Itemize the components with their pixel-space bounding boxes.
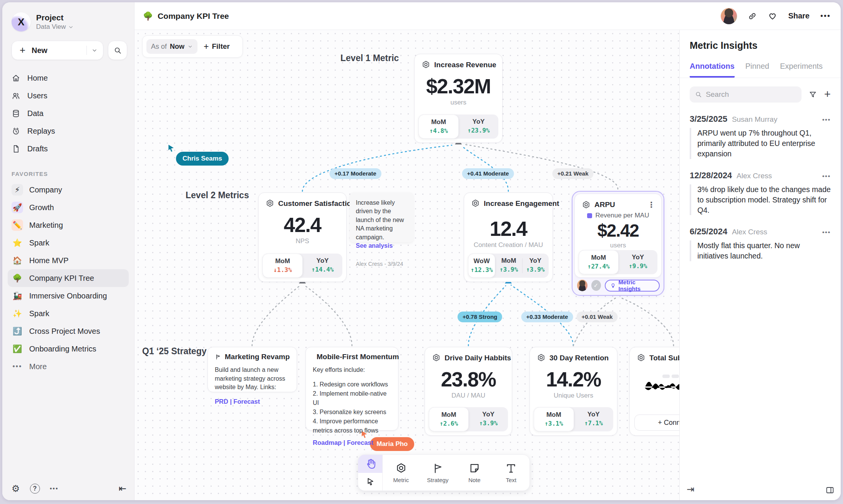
favorites-more-button[interactable]: •••More [8, 358, 129, 375]
strategy-flag-icon [215, 353, 221, 361]
see-analysis-link[interactable]: See analysis [356, 242, 407, 250]
wow-stat[interactable]: WoW↑12.3% [468, 254, 495, 278]
project-view-selector[interactable]: Data View [36, 23, 74, 31]
text-tool-button[interactable]: Text [493, 455, 530, 491]
text-tool-icon [505, 463, 517, 474]
favorite-label: Spark [29, 239, 49, 247]
favorite-item-company[interactable]: ⚡Company [8, 181, 129, 199]
as-of-selector[interactable]: As of Now [146, 39, 197, 54]
yoy-stat[interactable]: YoY↑3.9% [469, 407, 508, 431]
panel-layout-icon[interactable] [825, 486, 835, 495]
mom-stat[interactable]: MoM↑2.6% [429, 407, 469, 431]
metric-card-arpu-selected[interactable]: ARPU⋮ Revenue per MAU $2.42 users MoM↑27… [572, 191, 664, 296]
card-menu-kebab[interactable]: ⋮ [647, 200, 655, 209]
yoy-stat[interactable]: YoY↑14.4% [303, 254, 342, 278]
metric-hexagon-icon [537, 353, 546, 362]
favorite-item-immersive-onboarding[interactable]: 🚂Immersive Onboarding [8, 287, 129, 305]
strategy-card-marketing-revamp[interactable]: Marketing Revamp Build and launch a new … [207, 347, 297, 392]
chevron-down-icon[interactable] [91, 47, 98, 53]
annotation-item[interactable]: 3/25/2025 Susan Murray ••• ARPU went up … [680, 103, 841, 159]
sidebar-search-button[interactable] [108, 41, 127, 60]
tree-icon: 🌳 [12, 272, 23, 284]
sidebar-item-users[interactable]: Users [12, 87, 129, 104]
note-tool-button[interactable]: Note [456, 455, 493, 491]
metric-hexagon-icon [432, 353, 441, 362]
settings-gear-icon[interactable]: ⚙ [12, 483, 20, 494]
annotation-menu-icon[interactable]: ••• [822, 116, 831, 124]
favorite-item-onboarding-metrics[interactable]: ✅Onboarding Metrics [8, 340, 129, 358]
project-switcher[interactable]: X Project Data View [2, 2, 134, 35]
metric-tool-button[interactable]: Metric [383, 455, 420, 491]
favorite-item-marketing[interactable]: ✏️Marketing [8, 216, 129, 234]
strategy-links[interactable]: Roadmap | Forecast [313, 439, 391, 446]
new-button[interactable]: + New [12, 41, 103, 60]
favorite-item-spark-2[interactable]: ✨Spark [8, 305, 129, 322]
favorite-item-cross-project-moves[interactable]: ⤴️Cross Project Moves [8, 322, 129, 340]
sidebar-item-data[interactable]: Data [12, 104, 129, 122]
tab-experiments[interactable]: Experiments [780, 62, 823, 78]
lightning-icon: ⚡ [12, 184, 23, 196]
annotation-item[interactable]: 6/25/2024 Alex Cress ••• Mostly flat thi… [680, 215, 841, 261]
strategy-tool-button[interactable]: Strategy [420, 455, 456, 491]
annotation-text: Mostly flat this quarter. No new initiat… [690, 240, 831, 261]
sidebar-item-drafts[interactable]: Drafts [12, 140, 129, 158]
tab-pinned[interactable]: Pinned [745, 62, 769, 78]
mom-stat[interactable]: MoM↑3.9% [495, 254, 522, 278]
favorite-item-home-mvp[interactable]: 🏠Home MVP [8, 252, 129, 269]
yoy-stat[interactable]: YoY↑3.9% [522, 254, 549, 278]
edge-label-weak: +0.01 Weak [576, 312, 617, 322]
hand-tool-button-active[interactable] [358, 455, 382, 473]
canvas-note-card[interactable]: Increase likely driven by the launch of … [350, 192, 413, 242]
workspace-logo: X [12, 12, 31, 32]
list-item: 1. Redesign core workflows [313, 380, 391, 389]
metric-unit: Content Creation / MAU [464, 241, 553, 249]
share-button[interactable]: Share [788, 12, 810, 20]
connect-data-button[interactable]: + Connect [634, 414, 679, 431]
edge-label-strong: +0.78 Strong [458, 312, 502, 322]
filter-funnel-icon[interactable] [808, 90, 817, 99]
topbar-overflow-menu[interactable]: ••• [820, 12, 831, 20]
annotation-menu-icon[interactable]: ••• [822, 229, 831, 236]
add-filter-button[interactable]: + Filter [204, 41, 230, 52]
sidebar-overflow-menu[interactable]: ••• [50, 485, 59, 492]
search-input[interactable] [706, 90, 796, 99]
strategy-links[interactable]: PRD | Forecast [215, 398, 290, 405]
favorite-item-spark[interactable]: ⭐Spark [8, 234, 129, 252]
metric-insights-button[interactable]: Metric Insights [605, 280, 660, 292]
kpi-tree-canvas[interactable]: As of Now + Filter Level 1 Metric Level … [134, 30, 679, 500]
yoy-stat[interactable]: YoY↑9.9% [619, 250, 658, 274]
copy-link-icon[interactable] [748, 12, 757, 21]
add-annotation-icon[interactable]: + [824, 90, 831, 99]
strategy-card-mobile-first-momentum[interactable]: Mobile-First Momentum Key efforts includ… [305, 347, 398, 431]
mom-stat[interactable]: MoM↑3.1% [534, 407, 574, 431]
mom-stat[interactable]: MoM↑27.4% [579, 250, 619, 274]
mom-stat[interactable]: MoM↑4.8% [418, 114, 459, 139]
tab-annotations[interactable]: Annotations [690, 62, 735, 78]
favorite-heart-icon[interactable] [768, 11, 777, 21]
metric-card-increase-engagement[interactable]: Increase Engagement 12.4 Content Creatio… [464, 192, 553, 282]
sidebar-item-home[interactable]: Home [12, 69, 129, 87]
annotation-item[interactable]: 12/28/2024 Alex Cress ••• 3% drop likely… [680, 159, 841, 216]
yoy-stat[interactable]: YoY↑7.1% [574, 407, 614, 431]
collapse-panel-icon[interactable]: ⇥ [687, 484, 694, 495]
help-icon[interactable]: ? [30, 484, 40, 494]
user-avatar[interactable] [721, 8, 737, 24]
metric-card-drive-daily-habbits[interactable]: Drive Daily Habbits 23.8% DAU / MAU MoM↑… [425, 347, 512, 436]
skeleton-bar [662, 375, 670, 378]
select-tool-button[interactable] [358, 473, 382, 491]
yoy-stat[interactable]: YoY↑23.9% [459, 114, 498, 139]
mom-stat[interactable]: MoM↓1.3% [262, 254, 303, 278]
collapse-sidebar-icon[interactable]: ⇤ [119, 483, 126, 494]
home-icon [12, 74, 20, 83]
sidebar-item-replays[interactable]: Replays [12, 122, 129, 140]
annotations-search[interactable] [690, 86, 802, 103]
annotation-menu-icon[interactable]: ••• [822, 172, 831, 180]
metric-card-total-subscriptions[interactable]: Total Subscriptions + Connect [629, 347, 679, 436]
annotation-author: Alex Cress [737, 172, 772, 180]
metric-card-30-day-retention[interactable]: 30 Day Retention 14.2% Unique Users MoM↑… [529, 347, 617, 436]
favorite-item-growth[interactable]: 🚀Growth [8, 199, 129, 216]
metric-card-increase-revenue[interactable]: Increase Revenue $2.32M users MoM↑4.8% Y… [414, 54, 503, 143]
metric-card-customer-satisfaction[interactable]: Customer Satisfaction 42.4 NPS MoM↓1.3% … [258, 192, 347, 282]
favorite-item-company-kpi-tree[interactable]: 🌳Company KPI Tree [8, 269, 129, 287]
favorite-label: Spark [29, 309, 49, 318]
